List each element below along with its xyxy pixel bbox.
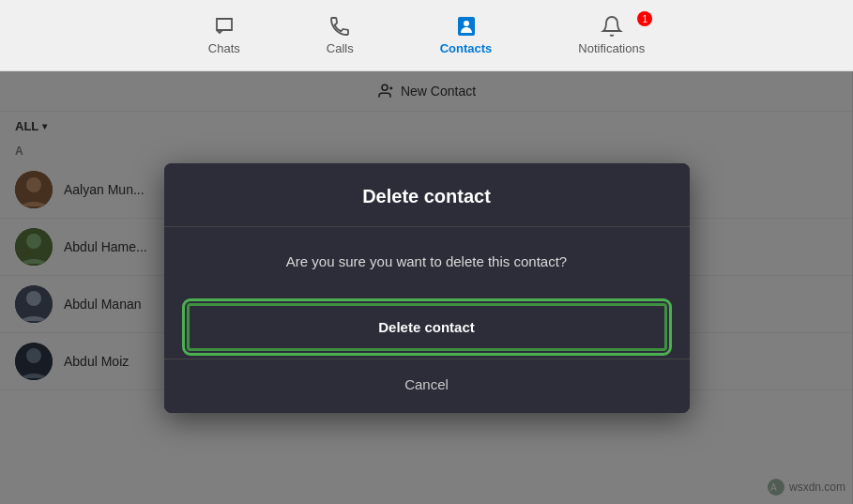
nav-notifications[interactable]: 1 Notifications — [563, 8, 660, 63]
dialog-title: Delete contact — [164, 163, 690, 226]
dialog-message: Are you sure you want to delete this con… — [164, 227, 690, 296]
nav-calls[interactable]: Calls — [312, 8, 369, 63]
confirm-delete-button[interactable]: Delete contact — [187, 303, 667, 351]
dialog-actions: Delete contact Cancel — [164, 296, 690, 413]
nav-calls-label: Calls — [327, 41, 354, 55]
cancel-button[interactable]: Cancel — [164, 363, 690, 405]
nav-contacts-label: Contacts — [440, 41, 493, 55]
contacts-icon — [455, 15, 478, 38]
top-navigation: Chats Calls Contacts 1 Notifications — [0, 0, 853, 71]
modal-overlay: Delete contact Are you sure you want to … — [0, 71, 853, 504]
dialog-divider-bottom — [164, 359, 690, 359]
nav-chats[interactable]: Chats — [193, 8, 255, 63]
svg-point-1 — [464, 21, 469, 26]
chat-icon — [213, 15, 236, 38]
nav-contacts[interactable]: Contacts — [425, 8, 508, 63]
notification-badge: 1 — [637, 11, 652, 26]
delete-contact-dialog: Delete contact Are you sure you want to … — [164, 163, 690, 413]
nav-notifications-label: Notifications — [578, 41, 645, 55]
notifications-icon — [601, 15, 623, 38]
calls-icon — [328, 15, 351, 38]
main-content: New Contact ALL ▾ A Aalyan Mun... — [0, 71, 853, 504]
nav-chats-label: Chats — [208, 41, 240, 55]
